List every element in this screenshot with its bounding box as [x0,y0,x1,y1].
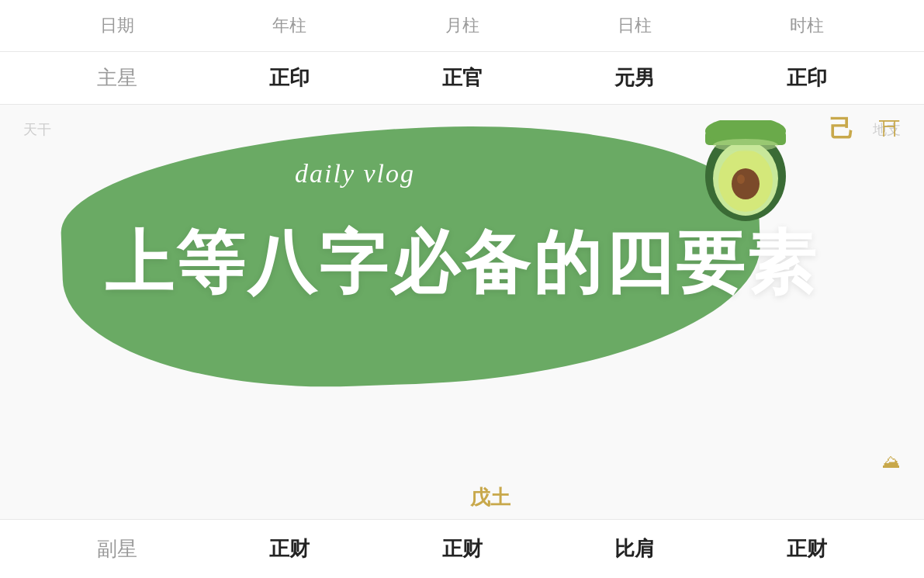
main-star-month: 正官 [375,64,548,92]
svg-point-7 [713,139,778,151]
content-area: 天干 地支 daily vlog 上等八字必备的四要素 [0,105,924,519]
di-zhi-text: 戊土 [470,484,510,511]
page-wrapper: 日期 年柱 月柱 日柱 时柱 主星 正印 正官 元男 正印 天干 地支 dail… [0,0,924,578]
vlog-text: daily vlog [295,159,415,189]
bottom-star-label: 副星 [31,535,203,562]
bg-text-left: 天干 [23,120,51,139]
svg-point-3 [732,168,760,199]
header-date: 日期 [31,14,203,37]
corner-char-tr: 己 [829,112,854,147]
bottom-star-row: 副星 正财 正财 比肩 正财 [0,519,924,578]
pagoda-tr-icon: ⛩ [879,116,901,142]
main-star-label: 主星 [31,64,203,92]
header-row: 日期 年柱 月柱 日柱 时柱 [0,0,924,52]
main-star-year: 正印 [203,64,375,92]
header-day: 日柱 [549,14,721,37]
main-title: 上等八字必备的四要素 [47,217,877,310]
svg-point-4 [737,175,745,184]
main-star-hour: 正印 [721,64,893,92]
bottom-star-month: 正财 [375,535,548,562]
bottom-star-day: 比肩 [549,535,721,562]
header-year: 年柱 [203,14,375,37]
main-star-day: 元男 [549,64,721,92]
main-star-row: 主星 正印 正官 元男 正印 [0,52,924,105]
pagoda-br-icon: ⛰ [882,451,901,472]
avocado-illustration [695,120,796,221]
bottom-star-year: 正财 [203,535,375,562]
header-hour: 时柱 [721,14,893,37]
header-month: 月柱 [375,14,548,37]
bottom-star-hour: 正财 [721,535,893,562]
